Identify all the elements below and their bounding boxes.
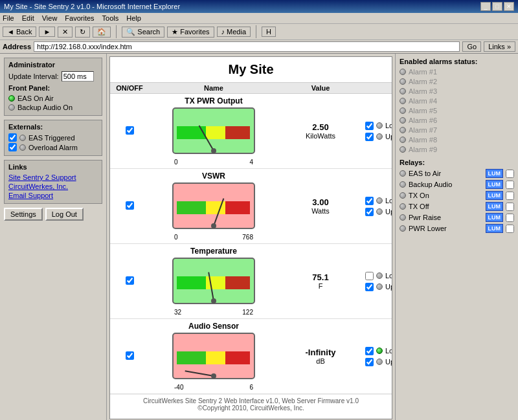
- alarm-checkbox-0-1[interactable]: [365, 133, 374, 141]
- gauge-svg-3: [172, 332, 256, 384]
- onoff-col-0: [110, 126, 149, 136]
- eas-triggered-row: EAS Triggered: [8, 133, 98, 142]
- alarm-row-2-0: Lower Alarm: [365, 272, 392, 280]
- alarm-status-6: Alarm #7: [400, 126, 514, 134]
- link-email[interactable]: Email Support: [8, 192, 98, 199]
- favorites-button[interactable]: ★ Favorites: [167, 27, 214, 38]
- relay-item-0: EAS to Air LUM: [400, 169, 514, 178]
- relays-title: Relays:: [400, 159, 514, 166]
- relay-checkbox-4[interactable]: [506, 214, 514, 222]
- alarm-led-3-0: [376, 348, 383, 354]
- overload-alarm-checkbox[interactable]: [8, 143, 17, 151]
- stop-button[interactable]: ✕: [58, 27, 73, 38]
- alarm-status-led-6: [400, 127, 406, 133]
- menu-favorites[interactable]: Favorites: [65, 14, 94, 22]
- alarm-status-3: Alarm #4: [400, 97, 514, 105]
- relay-lum-btn-5[interactable]: LUM: [486, 224, 504, 233]
- link-circuitwerkes[interactable]: CircuitWerkes, Inc.: [8, 182, 98, 190]
- sensor-name-0: TX PWR Output: [185, 96, 242, 105]
- relay-checkbox-3[interactable]: [506, 203, 514, 211]
- alarm-checkbox-2-1[interactable]: [365, 283, 374, 291]
- back-button[interactable]: ◄ Back: [3, 27, 36, 37]
- relay-lum-btn-1[interactable]: LUM: [486, 180, 504, 189]
- svg-rect-9: [225, 201, 250, 214]
- footer-line-2: ©Copyright 2010, CircuitWerkes, Inc.: [113, 404, 389, 412]
- relay-lum-btn-2[interactable]: LUM: [486, 191, 504, 200]
- alarm-checkbox-3-0[interactable]: [365, 347, 374, 355]
- alarm-row-0-0: Lower Alarm: [365, 122, 392, 130]
- alarms-col-0: Lower AlarmUpper Alarm: [363, 119, 392, 144]
- table-header: ON/OFF Name Value Alarms: [110, 83, 392, 94]
- settings-button[interactable]: Settings: [4, 208, 43, 221]
- sensor-enable-3[interactable]: [126, 351, 134, 360]
- forward-button[interactable]: ►: [39, 27, 55, 37]
- menu-tools[interactable]: Tools: [102, 14, 119, 22]
- admin-title: Administrator: [8, 61, 98, 69]
- home-button[interactable]: 🏠: [93, 27, 111, 38]
- history-button[interactable]: H: [262, 27, 276, 37]
- alarm-checkbox-0-0[interactable]: [365, 122, 374, 130]
- relay-checkbox-0[interactable]: [506, 170, 514, 178]
- relay-lum-btn-4[interactable]: LUM: [486, 213, 504, 222]
- col-name: Name: [149, 84, 278, 92]
- logout-button[interactable]: Log Out: [45, 208, 84, 221]
- relay-label-0: EAS to Air: [409, 170, 483, 177]
- alarm-label-0-0: Lower Alarm: [385, 122, 392, 129]
- sensor-enable-0[interactable]: [126, 126, 134, 135]
- svg-rect-21: [225, 351, 250, 364]
- svg-rect-15: [225, 276, 250, 289]
- search-button[interactable]: 🔍 Search: [122, 27, 164, 38]
- sensor-enable-1[interactable]: [126, 201, 134, 210]
- alarm-status-led-0: [400, 69, 406, 75]
- minimize-btn[interactable]: _: [480, 2, 491, 11]
- relay-led-2: [400, 192, 406, 199]
- refresh-button[interactable]: ↻: [75, 27, 90, 38]
- links-section: Links Site Sentry 2 Support CircuitWerke…: [4, 160, 102, 204]
- relay-lum-btn-0[interactable]: LUM: [486, 169, 504, 178]
- media-button[interactable]: ♪ Media: [217, 27, 251, 37]
- address-label: Address: [3, 43, 31, 50]
- externals-section: Externals: EAS Triggered Overload Alarm: [4, 120, 102, 156]
- sensor-enable-2[interactable]: [126, 276, 134, 285]
- col-onoff: ON/OFF: [110, 84, 149, 92]
- relay-checkbox-2[interactable]: [506, 192, 514, 200]
- close-btn[interactable]: ✕: [504, 2, 514, 11]
- sensor-row-1: VSWR07683.00WattsLower AlarmUpper Alarm: [110, 169, 392, 244]
- alarm-led-3-1: [376, 359, 383, 365]
- gauge-svg-1: [172, 182, 256, 234]
- site-title: My Site: [110, 57, 392, 83]
- menu-view[interactable]: View: [42, 14, 58, 22]
- alarm-checkbox-3-1[interactable]: [365, 358, 374, 366]
- menu-file[interactable]: File: [3, 14, 14, 22]
- interval-row: Update Interval:: [8, 71, 98, 82]
- relay-checkbox-1[interactable]: [506, 181, 514, 189]
- address-input[interactable]: [34, 41, 460, 52]
- alarm-checkbox-2-0[interactable]: [365, 272, 374, 280]
- title-bar: My Site - Site Sentry 2 v1.0 - Microsoft…: [0, 0, 518, 13]
- externals-label: Externals:: [8, 123, 98, 131]
- links-button[interactable]: Links »: [484, 41, 515, 52]
- interval-input[interactable]: [62, 71, 94, 82]
- gauge-svg-2: [172, 257, 256, 309]
- relays-section: Relays: EAS to Air LUM Backup Audio LUM …: [400, 159, 514, 233]
- alarm-row-3-0: Lower Alarm: [365, 347, 392, 355]
- alarm-status-led-5: [400, 117, 406, 124]
- eas-triggered-checkbox[interactable]: [8, 133, 17, 142]
- menu-edit[interactable]: Edit: [22, 14, 34, 22]
- alarm-label-1-0: Lower Alarm: [385, 197, 392, 204]
- link-support[interactable]: Site Sentry 2 Support: [8, 173, 98, 181]
- right-panel: Enabled alarms status: Alarm #1Alarm #2A…: [395, 54, 518, 420]
- relay-lum-btn-3[interactable]: LUM: [486, 202, 504, 211]
- maximize-btn[interactable]: □: [492, 2, 502, 11]
- alarm-checkbox-1-0[interactable]: [365, 197, 374, 205]
- name-col-3: Audio Sensor-406: [149, 322, 278, 391]
- name-col-0: TX PWR Output04: [149, 96, 278, 166]
- alarm-label-0-1: Upper Alarm: [385, 133, 392, 140]
- relay-checkbox-5[interactable]: [506, 225, 514, 233]
- go-button[interactable]: Go: [462, 41, 481, 52]
- menu-help[interactable]: Help: [126, 14, 141, 22]
- main-content: My Site ON/OFF Name Value Alarms TX PWR …: [109, 56, 392, 419]
- alarm-checkbox-1-1[interactable]: [365, 208, 374, 216]
- gauge-scale-3: -406: [172, 384, 256, 391]
- alarm-label-3-0: Lower Alarm: [385, 347, 392, 355]
